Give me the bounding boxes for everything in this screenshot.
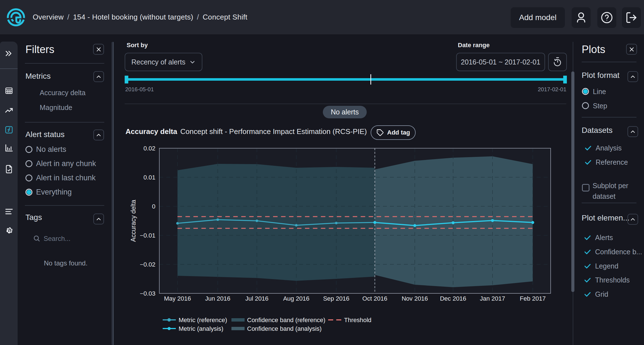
- svg-text:Confidence band (analysis): Confidence band (analysis): [247, 325, 322, 332]
- svg-text:−0.02: −0.02: [140, 261, 155, 268]
- svg-text:Oct 2016: Oct 2016: [362, 295, 387, 302]
- svg-text:Jun 2016: Jun 2016: [205, 295, 231, 302]
- svg-text:0.01: 0.01: [143, 174, 155, 181]
- svg-text:Metric (reference): Metric (reference): [179, 317, 227, 324]
- svg-text:Threshold: Threshold: [344, 317, 371, 324]
- svg-text:Confidence band (reference): Confidence band (reference): [247, 317, 325, 324]
- svg-text:−0.01: −0.01: [140, 232, 155, 239]
- svg-text:Jul 2016: Jul 2016: [245, 295, 268, 302]
- svg-text:−0.03: −0.03: [140, 290, 155, 297]
- svg-text:Metric (analysis): Metric (analysis): [179, 325, 223, 332]
- svg-text:Feb 2017: Feb 2017: [520, 295, 546, 302]
- svg-text:Aug 2016: Aug 2016: [283, 295, 309, 302]
- svg-text:Nov 2016: Nov 2016: [402, 295, 428, 302]
- svg-text:0.02: 0.02: [143, 145, 155, 152]
- svg-text:0: 0: [152, 203, 155, 210]
- svg-text:May 2016: May 2016: [164, 295, 191, 302]
- svg-text:Accuracy delta: Accuracy delta: [130, 200, 137, 242]
- svg-text:Jan 2017: Jan 2017: [480, 295, 505, 302]
- svg-text:Sep 2016: Sep 2016: [323, 295, 349, 302]
- svg-text:Dec 2016: Dec 2016: [440, 295, 466, 302]
